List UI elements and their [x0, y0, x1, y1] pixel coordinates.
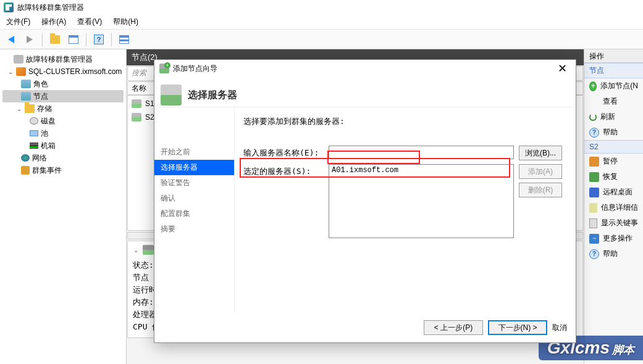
actions-title: 操作 [584, 49, 643, 63]
toolbar: ? [0, 30, 643, 49]
action-add-node[interactable]: 添加节点(N [584, 78, 643, 94]
disk-icon [30, 117, 38, 125]
chassis-icon [30, 143, 38, 149]
tree-nodes[interactable]: 节点 [2, 90, 124, 102]
actions-section-nodes: 节点 [584, 63, 643, 78]
wizard-content: 选择要添加到群集的服务器: 输入服务器名称(E): 浏览(B)... 选定的服务… [235, 107, 576, 313]
node-icon [143, 245, 154, 255]
tree-storage[interactable]: ⌄存储 [2, 102, 124, 115]
properties-button[interactable] [66, 32, 81, 47]
toolbar-separator [86, 33, 86, 46]
selected-server-label: 选定的服务器(S): [243, 164, 324, 177]
sql-cluster-icon [16, 67, 26, 76]
menubar: 文件(F) 操作(A) 查看(V) 帮助(H) [0, 15, 643, 30]
nav-forward-button [22, 32, 37, 47]
info-icon [589, 203, 597, 213]
wizard-titlebar: 添加节点向导 ✕ [154, 60, 576, 77]
nav-back-button[interactable] [4, 32, 19, 47]
tree-root[interactable]: 故障转移群集管理器 [2, 53, 124, 65]
window-icon [69, 35, 78, 44]
action-info[interactable]: 信息详细信 [584, 200, 643, 215]
server-name-input[interactable] [329, 146, 514, 159]
app-icon [4, 2, 14, 12]
tree-pools[interactable]: 池 [2, 127, 124, 139]
menu-file[interactable]: 文件(F) [6, 17, 30, 27]
actions-pane: 操作 节点 添加节点(N 查看 刷新 ?帮助 S2 暂停 恢复 远程桌面 信息详… [584, 49, 643, 364]
next-button[interactable]: 下一步(N) > [488, 320, 547, 335]
node-icon [132, 113, 141, 122]
action-resume[interactable]: 恢复 [584, 169, 643, 184]
toolbar-separator [111, 33, 112, 46]
browse-button[interactable]: 浏览(B)... [519, 146, 562, 160]
tree-events[interactable]: 群集事件 [2, 164, 124, 176]
detail-memory-label: 内存: [133, 297, 154, 307]
action-view[interactable]: 查看 [584, 94, 643, 109]
nodes-icon [21, 92, 31, 101]
wizard-icon [159, 64, 169, 73]
pool-icon [30, 130, 38, 136]
events-icon [21, 166, 30, 175]
remove-server-button: 删除(R) [519, 183, 562, 197]
remote-desktop-icon [589, 188, 599, 197]
help-icon: ? [94, 35, 104, 44]
tree-cluster[interactable]: ⌄SQL-CLUSTER.ixmsoft.com [2, 65, 124, 78]
wizard-prompt: 选择要添加到群集的服务器: [243, 116, 567, 127]
help-icon: ? [589, 249, 599, 259]
tree-chassis[interactable]: 机箱 [2, 139, 124, 152]
actions-section-s2: S2 [584, 140, 643, 154]
action-more[interactable]: 更多操作 [584, 231, 643, 246]
action-refresh[interactable]: 刷新 [584, 109, 643, 125]
page-icon [161, 85, 182, 105]
arrow-right-icon [27, 36, 33, 43]
list-icon [119, 35, 129, 44]
roles-icon [21, 80, 31, 88]
events-icon [589, 218, 597, 228]
window-titlebar: 故障转移群集管理器 [0, 0, 643, 15]
arrow-left-icon [8, 36, 14, 43]
tree-disks[interactable]: 磁盘 [2, 115, 124, 127]
tree-roles[interactable]: 角色 [2, 78, 124, 90]
folder-icon [50, 35, 60, 44]
network-icon [21, 154, 30, 162]
help-icon: ? [589, 128, 599, 138]
help-button[interactable]: ? [91, 32, 106, 47]
selected-servers-list[interactable]: A01.ixmsoft.com [329, 164, 514, 238]
wizard-page-title: 选择服务器 [161, 85, 237, 105]
tree-networks[interactable]: 网络 [2, 152, 124, 164]
enter-server-label: 输入服务器名称(E): [243, 146, 324, 159]
refresh-icon [589, 114, 597, 121]
action-help2[interactable]: ?帮助 [584, 246, 643, 262]
more-icon [589, 234, 599, 244]
wiz-step-summary[interactable]: 摘要 [154, 221, 234, 237]
tree-pane: 故障转移群集管理器 ⌄SQL-CLUSTER.ixmsoft.com 角色 节点… [0, 49, 127, 364]
node-icon [132, 99, 141, 108]
detail-status-label: 状态: [133, 260, 154, 270]
wiz-step-select[interactable]: 选择服务器 [154, 160, 234, 175]
wiz-step-validate[interactable]: 验证警告 [154, 175, 234, 191]
wizard-title: 添加节点向导 [173, 64, 217, 74]
menu-help[interactable]: 帮助(H) [113, 17, 138, 27]
wiz-step-before[interactable]: 开始之前 [154, 144, 234, 160]
wiz-step-configure[interactable]: 配置群集 [154, 206, 234, 221]
wizard-footer: < 上一步(P) 下一步(N) > 取消 [154, 313, 576, 342]
action-pause[interactable]: 暂停 [584, 154, 643, 169]
wizard-steps: 开始之前 选择服务器 验证警告 确认 配置群集 摘要 [154, 107, 235, 313]
add-server-button: 添加(A) [519, 164, 562, 179]
back-button[interactable]: < 上一步(P) [424, 320, 483, 335]
menu-view[interactable]: 查看(V) [77, 17, 102, 27]
action-help[interactable]: ?帮助 [584, 125, 643, 140]
window-title: 故障转移群集管理器 [17, 2, 84, 13]
menu-action[interactable]: 操作(A) [41, 17, 66, 27]
resume-icon [589, 172, 599, 182]
wiz-step-confirm[interactable]: 确认 [154, 191, 234, 206]
cancel-button[interactable]: 取消 [552, 323, 567, 333]
action-show-critical[interactable]: 显示关键事 [584, 215, 643, 231]
view-button[interactable] [117, 32, 132, 47]
folder-icon [25, 104, 35, 113]
pause-icon [589, 157, 599, 167]
cluster-icon [14, 55, 23, 64]
detail-node-label: 节点 [133, 273, 149, 282]
close-button[interactable]: ✕ [554, 62, 571, 75]
action-remote-desktop[interactable]: 远程桌面 [584, 184, 643, 200]
open-button[interactable] [48, 32, 62, 47]
